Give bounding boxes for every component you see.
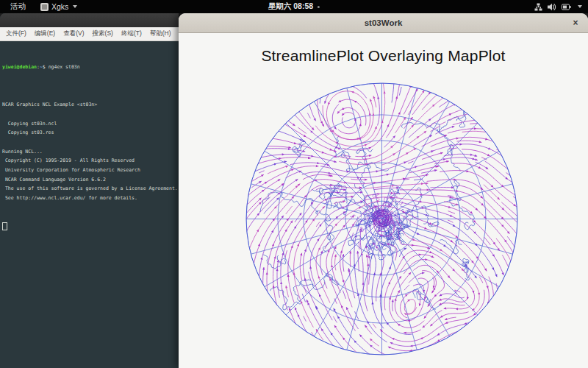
st03work-titlebar[interactable]: st03Work × (179, 13, 588, 33)
menu-item-help[interactable]: 帮助(H) (150, 29, 171, 38)
terminal-titlebar[interactable] (0, 13, 179, 27)
terminal-menubar: 文件(F) 编辑(E) 查看(V) 搜索(S) 终端(T) 帮助(H) (0, 27, 179, 41)
plot-canvas: StreamlinePlot Overlaying MapPlot (179, 33, 588, 368)
menu-item-search[interactable]: 搜索(S) (93, 29, 113, 38)
network-icon (534, 3, 542, 11)
prompt-command: $ ng4ex st03n (43, 64, 80, 70)
terminal-line: NCAR Graphics NCL Example <st03n> (2, 100, 179, 110)
streamline-plot-svg (179, 33, 588, 368)
terminal-output[interactable]: yiwei@debian:~$ ng4ex st03n NCAR Graphic… (0, 41, 179, 368)
terminal-cursor-line (2, 222, 179, 231)
clock-label: 星期六 08:58 (268, 1, 313, 12)
system-tray-button[interactable] (534, 0, 582, 13)
prompt-user-host: yiwei@debian (2, 64, 37, 70)
terminal-prompt-line: yiwei@debian:~$ ng4ex st03n (2, 63, 179, 72)
menu-item-view[interactable]: 查看(V) (63, 29, 84, 38)
chevron-down-icon (73, 5, 77, 8)
terminal-cursor (2, 222, 7, 230)
app-indicator-label: Xgks (51, 2, 68, 11)
clock-button[interactable]: 星期六 08:58 (268, 1, 320, 12)
battery-icon (562, 3, 571, 11)
terminal-line: Copying st03.res (2, 128, 179, 138)
menu-item-terminal[interactable]: 终端(T) (121, 29, 142, 38)
terminal-window: 文件(F) 编辑(E) 查看(V) 搜索(S) 终端(T) 帮助(H) yiwe… (0, 13, 179, 368)
app-indicator-button[interactable]: Xgks (40, 2, 77, 11)
terminal-line: NCAR Command Language Version 6.6.2 (2, 175, 179, 185)
terminal-output-lines: NCAR Graphics NCL Example <st03n> Copyin… (2, 91, 179, 203)
terminal-line: See http://www.ncl.ucar.edu/ for more de… (2, 194, 179, 203)
terminal-line: Running NCL... (2, 147, 179, 157)
top-bar: 活动 Xgks 星期六 08:58 (0, 0, 588, 13)
terminal-line: Copyright (C) 1995-2019 - All Rights Res… (2, 156, 179, 166)
activities-button[interactable]: 活动 (7, 1, 29, 12)
chevron-down-icon (578, 5, 582, 8)
volume-icon (548, 3, 556, 11)
xgks-app-icon (40, 3, 49, 11)
menu-item-edit[interactable]: 编辑(E) (35, 29, 55, 38)
close-button[interactable]: × (570, 17, 581, 29)
terminal-line: University Corporation for Atmospheric R… (2, 166, 179, 175)
menu-item-file[interactable]: 文件(F) (6, 29, 26, 38)
terminal-line: Copying st03n.ncl (2, 119, 179, 129)
st03work-window: st03Work × StreamlinePlot Overlaying Map… (179, 13, 588, 368)
terminal-line (2, 138, 179, 147)
window-title: st03Work (365, 18, 403, 27)
terminal-line (2, 91, 179, 101)
terminal-line: The use of this software is governed by … (2, 184, 179, 194)
notification-dot-icon (318, 6, 320, 8)
terminal-line (2, 110, 179, 119)
